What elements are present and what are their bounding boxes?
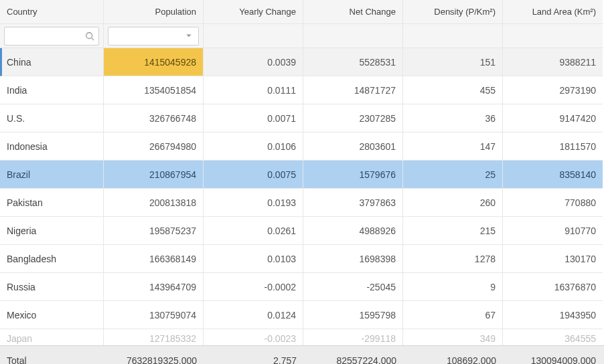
table-row[interactable]: Indonesia 266794980 0.0106 2803601 147 1… (0, 132, 604, 161)
cell-yearly-change[interactable]: 0.0075 (204, 161, 303, 189)
cell-country[interactable]: Pakistan (0, 189, 104, 217)
cell-population[interactable]: 166368149 (104, 245, 204, 273)
header-country[interactable]: Country (0, 0, 104, 24)
footer-land-area: 130094009.000 (503, 346, 603, 364)
table-row[interactable]: Pakistan 200813818 0.0193 3797863 260 77… (0, 189, 604, 217)
cell-land-area[interactable]: 9388211 (503, 48, 603, 76)
table-row[interactable]: Mexico 130759074 0.0124 1595798 67 19439… (0, 301, 604, 329)
cell-net-change[interactable]: 2803601 (303, 132, 403, 161)
footer-yearly-change: 2.757 (204, 346, 303, 364)
cell-yearly-change[interactable]: 0.0111 (204, 76, 303, 104)
cell-population[interactable]: 127185332 (104, 329, 204, 345)
cell-net-change[interactable]: 1698398 (303, 245, 403, 273)
cell-density[interactable]: 36 (403, 104, 503, 132)
header-row: Country Population Yearly Change Net Cha… (0, 0, 604, 24)
cell-yearly-change[interactable]: -0.0023 (204, 329, 303, 345)
footer-population: 7632819325.000 (104, 346, 204, 364)
table-row[interactable]: Nigeria 195875237 0.0261 4988926 215 910… (0, 217, 604, 245)
cell-population[interactable]: 1415045928 (104, 48, 204, 76)
cell-land-area[interactable]: 770880 (503, 189, 603, 217)
cell-country[interactable]: Indonesia (0, 132, 104, 161)
cell-yearly-change[interactable]: 0.0106 (204, 132, 303, 161)
cell-population[interactable]: 195875237 (104, 217, 204, 245)
cell-net-change[interactable]: 2307285 (303, 104, 403, 132)
cell-country[interactable]: U.S. (0, 104, 104, 132)
filter-country-search[interactable] (4, 27, 99, 46)
table-row[interactable]: Brazil 210867954 0.0075 1579676 25 83581… (0, 161, 604, 189)
chevron-down-icon (185, 31, 194, 41)
cell-land-area[interactable]: 364555 (503, 329, 603, 345)
cell-land-area[interactable]: 910770 (503, 217, 603, 245)
cell-density[interactable]: 349 (403, 329, 503, 345)
cell-density[interactable]: 455 (403, 76, 503, 104)
cell-net-change[interactable]: 14871727 (303, 76, 403, 104)
cell-population[interactable]: 1354051854 (104, 76, 204, 104)
table-row[interactable]: Japan 127185332 -0.0023 -299118 349 3645… (0, 329, 604, 345)
cell-land-area[interactable]: 16376870 (503, 273, 603, 301)
cell-country[interactable]: China (0, 48, 104, 76)
cell-country[interactable]: Mexico (0, 301, 104, 329)
filter-row (0, 24, 604, 48)
table-row[interactable]: China 1415045928 0.0039 5528531 151 9388… (0, 48, 604, 76)
svg-point-0 (86, 32, 92, 38)
cell-land-area[interactable]: 9147420 (503, 104, 603, 132)
svg-line-1 (92, 37, 94, 40)
cell-population[interactable]: 210867954 (104, 161, 204, 189)
cell-country[interactable]: Russia (0, 273, 104, 301)
cell-net-change[interactable]: 5528531 (303, 48, 403, 76)
cell-net-change[interactable]: 4988926 (303, 217, 403, 245)
filter-density (403, 24, 503, 48)
filter-population-dropdown[interactable] (108, 27, 199, 46)
cell-land-area[interactable]: 130170 (503, 245, 603, 273)
cell-net-change[interactable]: -299118 (303, 329, 403, 345)
cell-yearly-change[interactable]: 0.0261 (204, 217, 303, 245)
cell-density[interactable]: 67 (403, 301, 503, 329)
cell-yearly-change[interactable]: -0.0002 (204, 273, 303, 301)
footer-row: Total 7632819325.000 2.757 82557224.000 … (0, 345, 604, 364)
cell-yearly-change[interactable]: 0.0071 (204, 104, 303, 132)
cell-land-area[interactable]: 8358140 (503, 161, 603, 189)
filter-land-area (503, 24, 603, 48)
header-density[interactable]: Density (P/Km²) (403, 0, 503, 24)
cell-density[interactable]: 151 (403, 48, 503, 76)
header-land-area[interactable]: Land Area (Km²) (503, 0, 603, 24)
search-icon (85, 31, 94, 41)
cell-density[interactable]: 1278 (403, 245, 503, 273)
cell-population[interactable]: 326766748 (104, 104, 204, 132)
cell-country[interactable]: Japan (0, 329, 104, 345)
footer-label: Total (0, 346, 104, 364)
table-row[interactable]: Russia 143964709 -0.0002 -25045 9 163768… (0, 273, 604, 301)
cell-yearly-change[interactable]: 0.0039 (204, 48, 303, 76)
cell-density[interactable]: 25 (403, 161, 503, 189)
cell-yearly-change[interactable]: 0.0193 (204, 189, 303, 217)
header-net-change[interactable]: Net Change (303, 0, 403, 24)
cell-yearly-change[interactable]: 0.0124 (204, 301, 303, 329)
cell-density[interactable]: 147 (403, 132, 503, 161)
cell-land-area[interactable]: 1943950 (503, 301, 603, 329)
table-row[interactable]: India 1354051854 0.0111 14871727 455 297… (0, 76, 604, 104)
cell-land-area[interactable]: 1811570 (503, 132, 603, 161)
cell-population[interactable]: 130759074 (104, 301, 204, 329)
cell-country[interactable]: Brazil (0, 161, 104, 189)
cell-density[interactable]: 215 (403, 217, 503, 245)
cell-net-change[interactable]: -25045 (303, 273, 403, 301)
cell-population[interactable]: 143964709 (104, 273, 204, 301)
cell-country[interactable]: Nigeria (0, 217, 104, 245)
cell-land-area[interactable]: 2973190 (503, 76, 603, 104)
header-yearly-change[interactable]: Yearly Change (204, 0, 303, 24)
cell-population[interactable]: 266794980 (104, 132, 204, 161)
cell-density[interactable]: 260 (403, 189, 503, 217)
header-population[interactable]: Population (104, 0, 204, 24)
cell-population[interactable]: 200813818 (104, 189, 204, 217)
data-grid[interactable]: Country Population Yearly Change Net Cha… (0, 0, 604, 364)
cell-country[interactable]: Bangladesh (0, 245, 104, 273)
cell-yearly-change[interactable]: 0.0103 (204, 245, 303, 273)
cell-net-change[interactable]: 1579676 (303, 161, 403, 189)
cell-net-change[interactable]: 3797863 (303, 189, 403, 217)
table-row[interactable]: Bangladesh 166368149 0.0103 1698398 1278… (0, 245, 604, 273)
cell-net-change[interactable]: 1595798 (303, 301, 403, 329)
footer-density: 108692.000 (403, 346, 503, 364)
table-row[interactable]: U.S. 326766748 0.0071 2307285 36 9147420 (0, 104, 604, 132)
cell-density[interactable]: 9 (403, 273, 503, 301)
cell-country[interactable]: India (0, 76, 104, 104)
